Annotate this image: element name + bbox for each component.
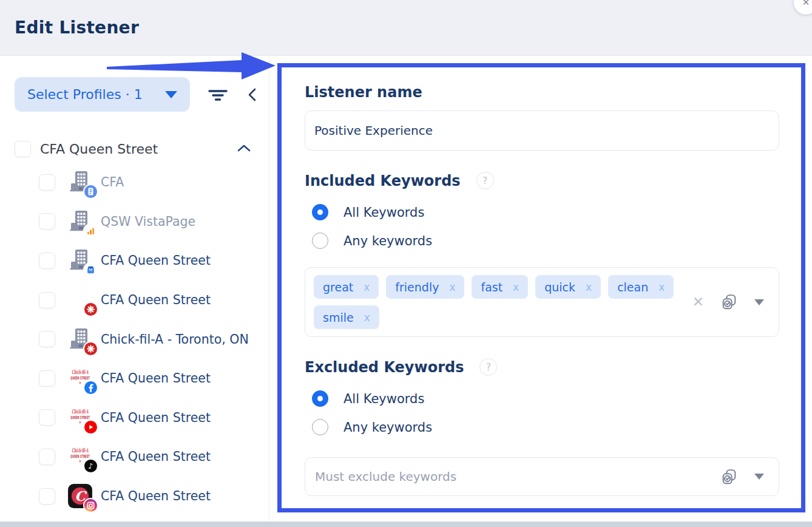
excluded-keywords-title: Excluded Keywords: [305, 359, 464, 376]
network-badge-icon: [84, 421, 97, 433]
profile-row[interactable]: Chick-fil-A QUEEN STREET ✳ ♪ CFA Queen S…: [0, 437, 269, 477]
svg-text:♪: ♪: [89, 462, 93, 471]
page-header: Edit Listener ✕: [0, 0, 812, 56]
listener-name-input[interactable]: [305, 110, 779, 151]
chip-remove-icon[interactable]: x: [364, 281, 370, 293]
network-badge-icon: [84, 303, 97, 316]
profile-checkbox[interactable]: [39, 331, 55, 347]
profile-avatar-wrap: [67, 248, 93, 273]
clear-all-icon[interactable]: ✕: [692, 295, 704, 309]
included-keywords-options: All Keywords Any keywords: [305, 198, 779, 255]
profile-row[interactable]: Chick-fil-A QUEEN STREET ✳ CFA Queen Str…: [0, 359, 269, 398]
profile-label: CFA Queen Street: [101, 410, 211, 425]
select-profiles-label: Select Profiles · 1: [27, 87, 143, 102]
radio-option-row[interactable]: All Keywords: [305, 384, 779, 413]
radio-button[interactable]: [312, 419, 328, 435]
profile-checkbox[interactable]: [39, 253, 55, 269]
profile-avatar-wrap: Chick-fil-A QUEEN STREET ✳: [67, 365, 93, 391]
chevron-down-icon: [165, 91, 177, 98]
keyword-chip-label: great: [323, 280, 353, 294]
keyword-chip: friendly x: [386, 275, 464, 299]
edit-listener-page: Edit Listener ✕ Select Profiles · 1: [0, 0, 812, 527]
chevron-down-icon[interactable]: [754, 299, 764, 305]
profile-avatar-wrap: [67, 209, 93, 234]
profile-avatar-wrap: Chick-fil-A QUEEN STREET ✳ ♪: [67, 444, 93, 469]
chip-remove-icon[interactable]: x: [586, 281, 592, 293]
field-controls: ✕: [692, 293, 770, 311]
copy-check-icon[interactable]: [720, 467, 739, 486]
page-title: Edit Listener: [15, 18, 139, 38]
chip-remove-icon[interactable]: x: [513, 281, 519, 293]
filter-icon[interactable]: [207, 86, 229, 104]
profile-checkbox[interactable]: [39, 488, 55, 505]
network-badge-icon: [84, 381, 97, 394]
profile-checkbox[interactable]: [39, 370, 55, 387]
help-icon[interactable]: ?: [479, 358, 497, 376]
profile-label: CFA Queen Street: [101, 489, 211, 503]
svg-text:Chick-fil-A: Chick-fil-A: [72, 408, 89, 415]
profile-checkbox[interactable]: [39, 449, 55, 465]
collapse-sidebar-icon[interactable]: [246, 86, 259, 104]
excluded-keywords-input[interactable]: [306, 469, 720, 484]
keyword-chip-label: fast: [481, 280, 502, 294]
profile-checkbox[interactable]: [39, 292, 55, 308]
profile-avatar-wrap: C: [67, 483, 93, 509]
network-badge-icon: ♪: [84, 460, 97, 472]
profile-checkbox[interactable]: [39, 213, 55, 229]
close-icon[interactable]: ✕: [794, 0, 812, 15]
radio-button[interactable]: [312, 390, 328, 407]
profile-row[interactable]: CFA Queen Street: [0, 241, 269, 280]
keyword-chip-label: smile: [323, 311, 354, 324]
profile-row[interactable]: Chick-fil-A QUEEN STREET ✳ CFA Queen Str…: [0, 398, 269, 438]
listener-form-panel: Listener name Included Keywords ? All Ke…: [277, 63, 805, 512]
profile-row[interactable]: CFA Queen Street: [0, 280, 269, 320]
profile-row[interactable]: CFA: [0, 163, 269, 202]
network-badge-icon: [84, 499, 97, 512]
editor-area: Listener name Included Keywords ? All Ke…: [269, 56, 812, 521]
included-keywords-head: Included Keywords ?: [305, 172, 779, 189]
radio-option-row[interactable]: Any keywords: [305, 413, 779, 441]
svg-text:QUEEN STREET: QUEEN STREET: [70, 376, 90, 381]
field-controls: [720, 467, 770, 486]
profile-row[interactable]: C CFA Queen Street: [0, 477, 269, 516]
radio-option-row[interactable]: Any keywords: [305, 226, 779, 255]
horizontal-scrollbar[interactable]: [0, 522, 812, 527]
keyword-chip-label: quick: [544, 280, 575, 294]
radio-button[interactable]: [312, 233, 328, 249]
included-keywords-field[interactable]: great x friendly x fast x: [305, 267, 779, 337]
group-checkbox[interactable]: [15, 141, 31, 157]
profile-row[interactable]: QSW VistaPage: [0, 202, 269, 242]
svg-text:Chick-fil-A: Chick-fil-A: [72, 369, 89, 375]
profile-row[interactable]: Chick-fil-A - Toronto, ON: [0, 319, 269, 359]
included-keywords-title: Included Keywords: [305, 172, 461, 189]
profile-label: CFA Queen Street: [101, 371, 211, 386]
copy-check-icon[interactable]: [720, 293, 739, 311]
radio-button[interactable]: [312, 204, 328, 220]
chevron-up-icon[interactable]: [236, 143, 252, 156]
profile-group-row[interactable]: CFA Queen Street: [0, 141, 269, 157]
keyword-chip: fast x: [472, 275, 528, 299]
profile-checkbox[interactable]: [39, 174, 55, 191]
listener-name-label: Listener name: [305, 84, 779, 101]
chip-remove-icon[interactable]: x: [449, 281, 455, 293]
excluded-keywords-options: All Keywords Any keywords: [305, 384, 779, 441]
chip-remove-icon[interactable]: x: [658, 281, 665, 293]
excluded-keywords-head: Excluded Keywords ?: [305, 358, 779, 376]
svg-text:Chick-fil-A: Chick-fil-A: [72, 447, 89, 454]
radio-option-label: Any keywords: [343, 420, 432, 435]
network-badge-icon: [84, 225, 97, 237]
profile-label: Chick-fil-A - Toronto, ON: [101, 332, 249, 347]
chip-remove-icon[interactable]: x: [364, 311, 370, 324]
chevron-down-icon[interactable]: [754, 474, 764, 480]
network-badge-icon: [84, 342, 97, 355]
profile-list: CFA QSW VistaPage: [0, 163, 269, 515]
radio-option-row[interactable]: All Keywords: [305, 198, 779, 226]
profile-avatar-wrap: [67, 169, 93, 195]
help-icon[interactable]: ?: [476, 172, 494, 189]
profile-label: CFA Queen Street: [101, 449, 211, 464]
profile-avatar-wrap: Chick-fil-A QUEEN STREET ✳: [67, 405, 93, 430]
profile-checkbox[interactable]: [39, 409, 55, 426]
select-profiles-dropdown[interactable]: Select Profiles · 1: [15, 77, 190, 112]
profile-label: CFA: [101, 175, 124, 189]
svg-text:QUEEN STREET: QUEEN STREET: [70, 455, 90, 460]
